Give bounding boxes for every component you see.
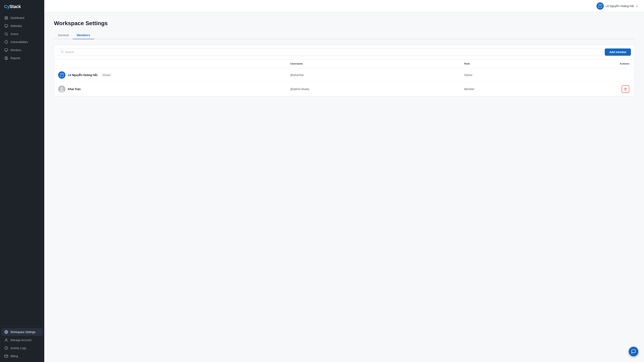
sidebar-item-billing[interactable]: Billing [2, 352, 43, 360]
svg-rect-3 [7, 18, 8, 19]
sidebar-item-workspace-settings[interactable]: Workspace Settings [2, 328, 43, 336]
member-display-name: Lê Nguyễn Hoàng Hải [68, 73, 98, 77]
sidebar-item-manage-account[interactable]: Manage Account [2, 336, 43, 344]
table-row: Lê Nguyễn Hoàng HảiIt's you@silverhatOwn… [54, 68, 634, 82]
chevron-down-icon: ▾ [636, 5, 638, 7]
svg-point-34 [60, 90, 64, 92]
svg-point-30 [63, 76, 64, 77]
svg-point-22 [598, 7, 599, 8]
svg-point-21 [601, 7, 602, 8]
tab-general[interactable]: General [54, 31, 73, 39]
it-you-badge: It's you [102, 73, 112, 77]
sidebar-item-label-manage-account: Manage Account [10, 339, 32, 342]
sidebar-item-monitors[interactable]: Monitors [2, 46, 43, 54]
sidebar-item-scans[interactable]: Scans [2, 30, 43, 38]
nav-items: Dashboard Websites Scans Vulnerabilities [0, 14, 44, 327]
col-header-Role: Role [460, 59, 576, 68]
header: Lê Nguyễn Hoàng Hải ▾ [44, 0, 644, 12]
svg-point-28 [63, 73, 64, 74]
svg-point-33 [60, 87, 63, 90]
search-input-wrapper[interactable] [57, 48, 602, 56]
member-info-cell: Khai Tran [54, 82, 286, 96]
col-header-Actions: Actions [576, 59, 634, 68]
monitors-icon [4, 48, 8, 52]
reports-icon [4, 56, 8, 60]
svg-point-31 [60, 76, 61, 77]
svg-rect-0 [5, 16, 6, 17]
table-row: Khai Tran@admin-khaitqMember [54, 82, 634, 96]
content: Workspace Settings General Members Add m… [44, 12, 644, 362]
add-member-button[interactable]: Add member [605, 48, 631, 56]
sidebar-bottom: Workspace Settings Manage Account Activi… [0, 327, 44, 362]
member-info-cell: Lê Nguyễn Hoàng HảiIt's you [54, 68, 286, 82]
svg-rect-2 [5, 18, 6, 19]
dashboard-icon [4, 16, 8, 20]
delete-member-button[interactable] [622, 85, 629, 93]
col-header-name [54, 59, 286, 68]
sidebar-item-label-activity-logs: Activity Logs [10, 347, 26, 350]
member-display-name: Khai Tran [68, 87, 81, 91]
sidebar-item-vulnerabilities[interactable]: Vulnerabilities [2, 38, 43, 46]
member-username-cell: @silverhat [286, 68, 460, 82]
sidebar-item-label-vulnerabilities: Vulnerabilities [10, 40, 28, 44]
sidebar-item-label-workspace-settings: Workspace Settings [10, 331, 36, 334]
user-menu[interactable]: Lê Nguyễn Hoàng Hải ▾ [596, 2, 638, 10]
svg-rect-13 [5, 355, 8, 357]
member-role-cell: Owner [460, 68, 576, 82]
sidebar-item-label-scans: Scans [10, 32, 18, 35]
search-icon [60, 50, 64, 54]
sidebar-item-dashboard[interactable]: Dashboard [2, 14, 43, 22]
svg-rect-1 [7, 16, 8, 17]
tabs: General Members [54, 31, 634, 39]
search-input[interactable] [65, 50, 599, 54]
svg-point-11 [6, 339, 7, 340]
chat-bubble[interactable] [629, 347, 638, 356]
members-table: UsernameRoleActions Lê Nguyễn Hoàng HảiI… [54, 59, 634, 96]
sidebar-item-label-websites: Websites [10, 24, 22, 27]
activity-icon [4, 346, 8, 350]
tab-members[interactable]: Members [73, 31, 94, 39]
avatar [596, 2, 604, 10]
avatar [58, 85, 66, 93]
sidebar: CyStack Dashboard Websites Scans [0, 0, 44, 362]
main: Lê Nguyễn Hoàng Hải ▾ Workspace Settings… [44, 0, 644, 362]
svg-point-20 [598, 4, 599, 5]
websites-icon [4, 24, 8, 28]
sidebar-item-label-dashboard: Dashboard [10, 16, 24, 19]
page-title: Workspace Settings [54, 20, 634, 26]
vulnerabilities-icon [4, 40, 8, 44]
svg-rect-4 [5, 24, 8, 27]
billing-icon [4, 354, 8, 358]
col-header-Username: Username [286, 59, 460, 68]
members-table-container: Add member UsernameRoleActions Lê Nguyễn… [54, 45, 634, 96]
search-bar: Add member [54, 45, 634, 59]
avatar [58, 71, 66, 79]
account-icon [4, 338, 8, 342]
svg-point-29 [60, 73, 61, 74]
svg-point-19 [601, 4, 602, 5]
settings-icon [4, 330, 8, 334]
logo[interactable]: CyStack [0, 0, 44, 14]
sidebar-item-label-reports: Reports [10, 56, 20, 60]
sidebar-item-label-monitors: Monitors [10, 48, 21, 52]
logo-cy: Cy [4, 4, 10, 9]
sidebar-item-activity-logs[interactable]: Activity Logs [2, 344, 43, 352]
member-username-cell: @admin-khaitq [286, 82, 460, 96]
svg-point-10 [6, 332, 7, 333]
member-actions-cell [576, 82, 634, 96]
sidebar-item-websites[interactable]: Websites [2, 22, 43, 30]
sidebar-item-label-billing: Billing [10, 355, 18, 358]
logo-stack: Stack [10, 4, 21, 9]
scans-icon [4, 32, 8, 36]
member-actions-cell [576, 68, 634, 82]
user-name: Lê Nguyễn Hoàng Hải [606, 4, 634, 8]
svg-rect-7 [5, 49, 8, 51]
member-role-cell: Member [460, 82, 576, 96]
sidebar-item-reports[interactable]: Reports [2, 54, 43, 62]
